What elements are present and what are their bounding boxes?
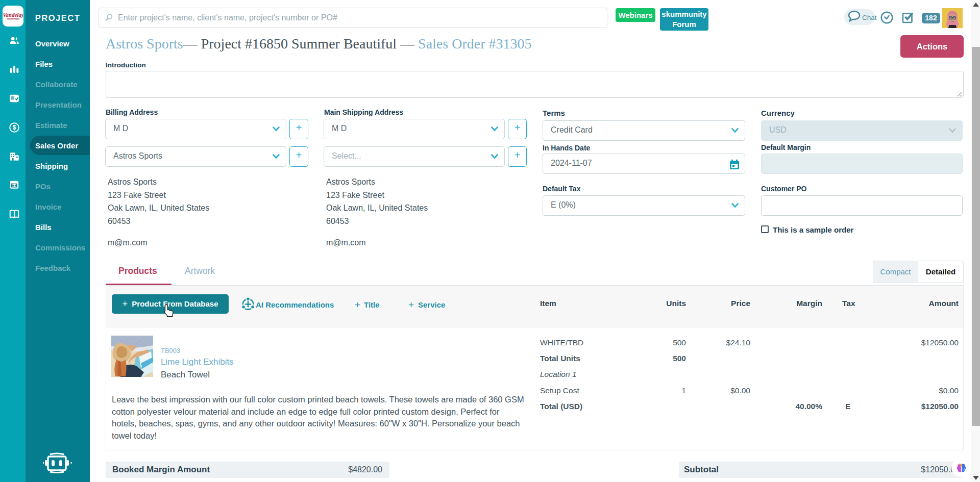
svg-text:$: $ [13,124,16,131]
svg-text:Vandelay: Vandelay [4,12,23,18]
